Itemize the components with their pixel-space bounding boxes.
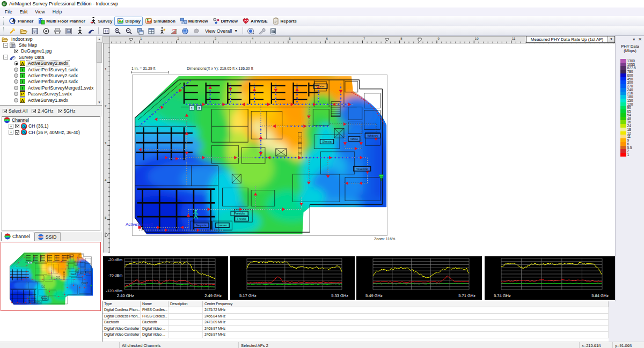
expand-icon[interactable]: +	[9, 130, 13, 135]
filter-select-all[interactable]: Select All	[3, 108, 27, 114]
device-row[interactable]: Digital Cordless Phon...FHSS Cordles...2…	[103, 307, 609, 314]
floorplan-heatmap[interactable]: 12 CraterTahoeWhitneyShastaYosemitePresi…	[132, 75, 387, 236]
spectrum-chart-1[interactable]: -20 dBm-70 dBm-120 dBm2.40 GHz2.49 GHz	[103, 256, 228, 300]
survey-radio[interactable]	[14, 73, 18, 78]
device-row[interactable]: Digital Video ControllerDigital Video ..…	[103, 332, 609, 338]
scroll-thumb[interactable]	[97, 42, 102, 63]
tree-scrollbar[interactable]: ▲ ▼	[96, 36, 101, 105]
shape-disabled-button[interactable]	[191, 27, 202, 35]
tree-item[interactable]: IActiveIPerfSurvey2.svdx	[0, 72, 102, 78]
compass-help-button[interactable]	[245, 27, 256, 35]
layer-checkbox[interactable]	[14, 49, 18, 53]
airmagnet-survey-window: AirMagnet Survey Professional Edition - …	[0, 0, 644, 348]
column-header-description[interactable]: Description	[169, 301, 203, 307]
airwise-button[interactable]: AirWISE	[240, 17, 270, 26]
view-mode-dropdown[interactable]: View Overall▼	[203, 27, 240, 35]
collapse-icon[interactable]: −	[3, 43, 8, 48]
expand-icon[interactable]: +	[9, 124, 13, 129]
tree-item[interactable]: −Survey Data	[0, 54, 102, 60]
column-header-name[interactable]: Name	[141, 301, 169, 307]
tree-item[interactable]: AActiveSurvey2.svdx	[0, 61, 102, 66]
survey-radio[interactable]	[14, 61, 18, 65]
channel-item[interactable]: + Ch CH (36 P, 40MHz, 36-40)	[2, 129, 100, 136]
menu-edit[interactable]: Edit	[16, 8, 32, 16]
chevron-down-icon: ▼	[234, 29, 238, 33]
device-row[interactable]: Digital Cordless Phon...FHSS Cordles...2…	[103, 314, 609, 320]
new-project-button[interactable]	[6, 27, 18, 35]
freq-label-left: 5.49 GHz	[365, 293, 383, 298]
channel-checkbox[interactable]	[15, 124, 19, 128]
filter-5ghz[interactable]: 5GHz	[58, 108, 76, 114]
survey-radio[interactable]	[14, 86, 18, 90]
channel-item[interactable]: + Ch CH (36,1)	[2, 123, 100, 130]
calculator-button[interactable]	[267, 27, 279, 35]
simulation-button[interactable]: Simulation	[143, 17, 178, 26]
export-image-button[interactable]	[63, 27, 74, 35]
scroll-up-icon[interactable]: ▲	[97, 36, 102, 42]
checkbox-icon[interactable]	[3, 109, 7, 113]
simulate-walk-button[interactable]	[157, 27, 168, 35]
pin-menu-icon[interactable]: ▾	[633, 37, 635, 42]
survey-radio[interactable]	[14, 98, 18, 102]
tab-ssid[interactable]: SSIDSSID	[34, 232, 61, 241]
tree-item[interactable]: IActiveIPerfSurveyMerged1.svdx	[0, 85, 102, 91]
tools-wrench-button[interactable]	[256, 27, 267, 35]
record-target-button[interactable]	[40, 27, 52, 35]
signal-meter-button[interactable]	[168, 27, 179, 35]
survey-radio[interactable]	[14, 68, 18, 72]
close-icon[interactable]: ✕	[638, 37, 642, 42]
device-row[interactable]: BluetoothBluetooth2473.09 MHz	[103, 320, 609, 326]
floorplan-thumbnail-panel[interactable]	[1, 242, 101, 311]
device-row[interactable]: Digital Video ControllerDigital Video ..…	[103, 326, 609, 332]
tree-item[interactable]: PPassiveSurvey1.svdx	[0, 91, 102, 97]
window-title: AirMagnet Survey Professional Edition - …	[9, 1, 118, 6]
tree-item[interactable]: IActiveIPerfSurvey1.svdx	[0, 66, 102, 72]
multi-floor-planner-button[interactable]: Multi Floor Planner	[35, 17, 87, 26]
map-canvas[interactable]: 1 in. = 31.29 ft Dimensions(X x Y): 219.…	[110, 43, 615, 253]
survey-button[interactable]: Survey	[87, 17, 115, 26]
survey-swoosh-button[interactable]	[85, 27, 97, 35]
globe-button[interactable]	[179, 27, 191, 35]
menu-help[interactable]: Help	[49, 8, 65, 16]
reports-button[interactable]: Reports	[270, 17, 299, 26]
checkbox-icon[interactable]	[58, 109, 62, 113]
tree-item[interactable]: AActiveSurvey1.svdx	[0, 97, 102, 103]
tree-item[interactable]: DeGuigne1.jpg	[0, 48, 102, 54]
dropdown-arrow-icon[interactable]: ▼	[608, 36, 614, 42]
display-button[interactable]: Display	[114, 17, 142, 26]
window-cascade-button[interactable]	[134, 27, 145, 35]
floorplan-thumbnail[interactable]	[9, 252, 93, 305]
open-folder-button[interactable]	[18, 27, 29, 35]
menu-view[interactable]: View	[31, 8, 48, 16]
spectrum-chart-4[interactable]: 5.74 GHz5.84 GHz	[485, 256, 615, 300]
column-header-center-frequency[interactable]: Center Frequency	[203, 301, 609, 307]
visualization-dropdown[interactable]: Measured PHY Data Rate Up (1st AP) ▼	[526, 36, 615, 43]
page-layout-button[interactable]	[100, 27, 112, 35]
channel-root[interactable]: CHChannel	[2, 117, 100, 123]
spectrum-chart-2[interactable]: 5.17 GHz5.33 GHz	[230, 256, 355, 300]
print-button[interactable]	[52, 27, 63, 35]
planner-button[interactable]: Planner	[7, 17, 35, 26]
save-button[interactable]	[29, 27, 40, 35]
checkbox-icon[interactable]	[32, 109, 36, 113]
walkabout-button[interactable]	[74, 27, 85, 35]
tree-item[interactable]: −Site Map	[0, 42, 102, 48]
window-tile-button[interactable]	[145, 27, 157, 35]
channel-checkbox[interactable]	[15, 130, 19, 135]
spectrum-chart-3[interactable]: 5.49 GHz5.71 GHz	[356, 256, 482, 300]
survey-radio[interactable]	[14, 79, 18, 84]
collapse-icon[interactable]: −	[3, 55, 8, 60]
tree-item[interactable]: Indoor.svp	[0, 36, 102, 42]
menu-file[interactable]: File	[1, 8, 16, 16]
diffview-button[interactable]: DiffView	[210, 17, 240, 26]
multiview-button[interactable]: MultiView	[178, 17, 210, 26]
scroll-down-icon[interactable]: ▼	[97, 100, 102, 105]
zoom-out-button[interactable]	[123, 27, 134, 35]
diffview-label: DiffView	[221, 19, 238, 24]
zoom-in-button[interactable]	[112, 27, 123, 35]
tab-channel[interactable]: CHChannel	[1, 232, 34, 241]
survey-radio[interactable]	[14, 92, 18, 96]
tree-item[interactable]: IActiveIPerfSurvey3.svdx	[0, 79, 102, 85]
filter-2-4ghz[interactable]: 2.4GHz	[32, 108, 53, 114]
column-header-type[interactable]: Type	[103, 301, 141, 307]
